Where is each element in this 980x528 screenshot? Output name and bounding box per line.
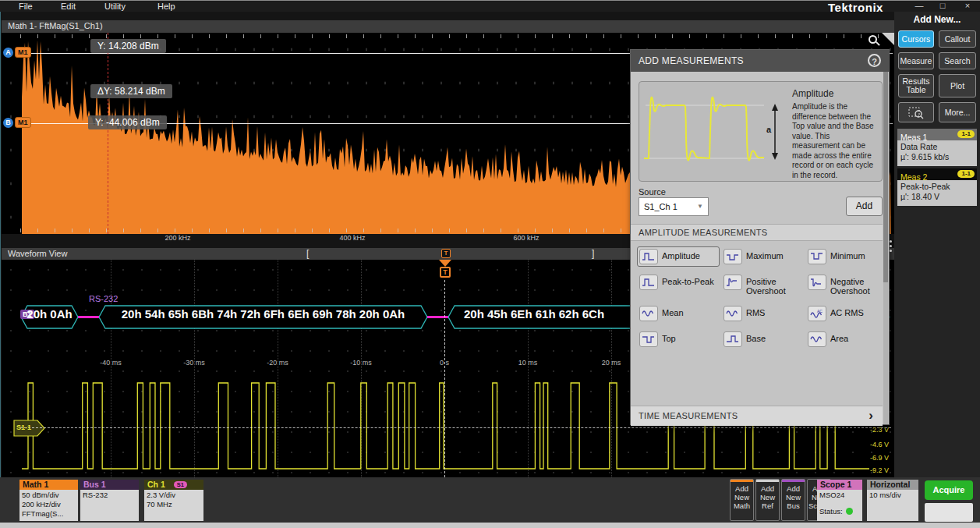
- time-tick: -10 ms: [341, 359, 380, 367]
- source-dropdown[interactable]: S1_Ch 1 ▼: [639, 197, 709, 216]
- panel-drag-handle[interactable]: [890, 238, 892, 254]
- math1-badge-card[interactable]: Math 1 50 dBm/div 200 kHz/div FFTmag(S..…: [19, 480, 78, 521]
- sidebar-plot-button[interactable]: Plot: [939, 74, 976, 97]
- record-bracket-left[interactable]: [: [306, 248, 309, 259]
- close-icon[interactable]: ×: [959, 1, 976, 10]
- sidebar-more-button[interactable]: More...: [939, 102, 976, 122]
- chevron-down-icon: ▼: [697, 203, 703, 210]
- volt-tick: -2.3 V: [842, 426, 889, 434]
- meas1-type: Data Rate: [900, 142, 974, 152]
- svg-text:AC: AC: [817, 309, 823, 314]
- time-section-header[interactable]: TIME MEASUREMENTS ›: [631, 406, 883, 426]
- measurement-negative-overshoot[interactable]: Negative Overshoot: [805, 272, 888, 298]
- restore-icon[interactable]: □: [934, 1, 951, 10]
- chevron-right-icon[interactable]: ›: [869, 408, 873, 423]
- math-pane-title: Math 1- FftMag(S1_Ch1): [8, 21, 103, 30]
- meas1-card[interactable]: Meas 1 1-1 Data Rate µ': 9.615 kb/s: [897, 129, 977, 166]
- scope1-card[interactable]: Scope 1 MSO24 Status:: [817, 480, 862, 521]
- area-icon: [808, 331, 826, 347]
- record-trigger-icon[interactable]: T: [441, 249, 451, 258]
- description-title: Amplitude: [792, 88, 833, 99]
- sidebar-search-button[interactable]: Search: [939, 52, 976, 69]
- add-new-math-button[interactable]: Add New Math: [730, 479, 754, 521]
- amplitude-annotation: a: [766, 125, 771, 134]
- meas2-card[interactable]: Meas 2 1-1 Peak-to-Peak µ': 18.40 V: [897, 168, 977, 206]
- cursor-b-badge[interactable]: B: [3, 118, 13, 128]
- cursor-b-readout[interactable]: Y: -44.006 dBm: [88, 115, 167, 129]
- measurement-minimum[interactable]: Minimum: [805, 246, 888, 267]
- dialog-header[interactable]: ADD MEASUREMENTS ?: [631, 50, 889, 72]
- ch1-badge-card[interactable]: Ch 1 S1 2.3 V/div 70 MHz: [144, 480, 203, 521]
- zoom-icon[interactable]: [869, 35, 877, 44]
- blank-panel[interactable]: [925, 503, 973, 522]
- bus1-badge-card[interactable]: Bus 1 RS-232: [80, 480, 139, 521]
- bus1-protocol: RS-232: [83, 491, 136, 500]
- math1-span: 200 kHz/div: [22, 500, 76, 509]
- measurement-maximum[interactable]: Maximum: [721, 246, 804, 267]
- menu-help[interactable]: Help: [153, 2, 180, 11]
- freq-tick-400k: 400 kHz: [329, 234, 376, 242]
- measurement-description-panel: a Amplitude Amplitude is the difference …: [639, 81, 883, 182]
- volt-tick: -9.2 V: [842, 466, 889, 474]
- sidebar-callout-button[interactable]: Callout: [939, 30, 976, 48]
- maximum-icon: [724, 249, 742, 264]
- bottom-frame-strip: [0, 523, 980, 528]
- digital-threshold-line: [20, 427, 891, 428]
- ch1-bandwidth: 70 MHz: [147, 500, 201, 509]
- trigger-arrow-icon[interactable]: [439, 260, 451, 267]
- menu-edit[interactable]: Edit: [56, 2, 80, 11]
- measurement-area[interactable]: Area: [805, 329, 888, 349]
- math1-trace-badge-b[interactable]: M1: [15, 117, 31, 128]
- sidebar-results-table-button[interactable]: Results Table: [898, 74, 934, 97]
- horizontal-scale: 10 ms/div: [869, 491, 916, 500]
- record-bracket-right[interactable]: ]: [592, 248, 594, 259]
- cursor-a-badge[interactable]: A: [3, 48, 13, 58]
- minimize-icon[interactable]: —: [911, 1, 928, 10]
- add-new-bus-button[interactable]: Add New Bus: [781, 479, 805, 521]
- horizontal-card[interactable]: Horizontal 10 ms/div: [867, 480, 918, 521]
- cursor-delta-readout[interactable]: ΔY: 58.214 dBm: [90, 84, 172, 98]
- measurement-mean[interactable]: Mean: [637, 303, 720, 324]
- sidebar-measure-button[interactable]: Measure: [898, 52, 934, 69]
- status-green-dot: [846, 508, 853, 515]
- amplitude-section-header[interactable]: AMPLITUDE MEASUREMENTS: [631, 224, 883, 241]
- cursor-a-readout[interactable]: Y: 14.208 dBm: [90, 39, 166, 53]
- cursor-vline[interactable]: [108, 33, 108, 234]
- measurement-base[interactable]: Base: [721, 329, 804, 349]
- zoom-pan-icon: [907, 105, 925, 119]
- peak-to-peak-icon: [639, 275, 658, 290]
- menu-utility[interactable]: Utility: [100, 2, 130, 11]
- trigger-marker[interactable]: T: [440, 267, 451, 278]
- time-section-title: TIME MEASUREMENTS: [639, 411, 738, 420]
- digital-channel-badge[interactable]: S1-1: [16, 423, 31, 431]
- menu-file[interactable]: File: [14, 2, 37, 11]
- trigger-position-line: [444, 280, 445, 477]
- measurement-top[interactable]: Top: [637, 329, 720, 349]
- rms-icon: [724, 306, 742, 321]
- sidebar-cursors-button[interactable]: Cursors: [898, 30, 934, 48]
- meas1-value: µ': 9.615 kb/s: [900, 152, 974, 162]
- help-icon[interactable]: ?: [868, 54, 881, 67]
- measurement-peak-to-peak[interactable]: Peak-to-Peak: [637, 272, 720, 298]
- sidebar: Add New... Cursors Callout Measure Searc…: [894, 12, 980, 477]
- ch1-scale: 2.3 V/div: [147, 491, 201, 500]
- math-pane-titlebar[interactable]: Math 1- FftMag(S1_Ch1): [2, 20, 894, 33]
- time-tick: -20 ms: [258, 359, 297, 367]
- acquire-button[interactable]: Acquire: [925, 480, 973, 500]
- bus-name-label: RS-232: [89, 294, 118, 303]
- meas2-source-badge: 1-1: [957, 170, 975, 178]
- dialog-scrollbar-thumb[interactable]: [883, 72, 888, 282]
- minimum-icon: [808, 249, 826, 264]
- measurement-ac-rms[interactable]: AC AC RMS: [805, 303, 888, 324]
- add-new-ref-button[interactable]: Add New Ref: [755, 479, 780, 521]
- measurement-positive-overshoot[interactable]: Positive Overshoot: [721, 272, 804, 298]
- sidebar-zoom-pan-button[interactable]: [898, 102, 934, 122]
- volt-tick: -4.6 V: [842, 441, 889, 448]
- math1-trace-badge-a[interactable]: M1: [15, 47, 31, 58]
- measurement-grid: Amplitude Maximum Minimum Peak-to-Peak P…: [637, 246, 885, 349]
- measurement-amplitude[interactable]: Amplitude: [637, 246, 720, 267]
- add-button[interactable]: Add: [846, 197, 883, 216]
- measurement-rms[interactable]: RMS: [721, 303, 804, 324]
- rs232-packet-2: 20h 54h 65h 6Bh 74h 72h 6Fh 6Eh 69h 78h …: [99, 307, 427, 321]
- time-tick: 20 ms: [592, 359, 631, 367]
